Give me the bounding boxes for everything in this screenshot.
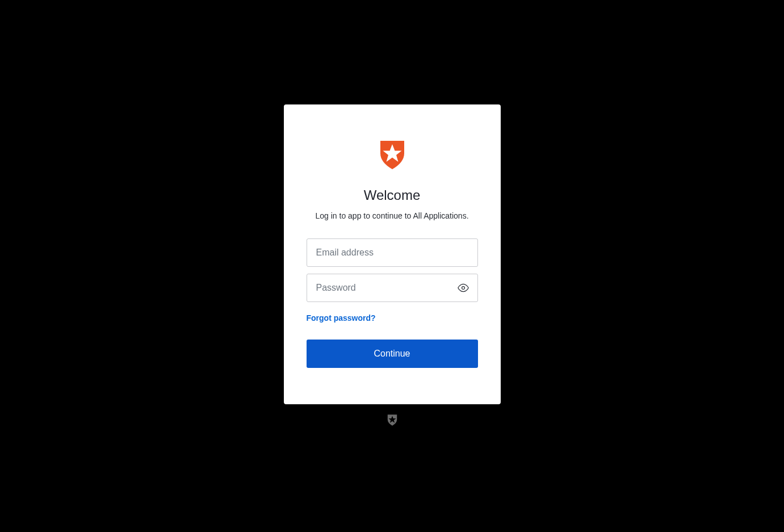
show-password-button[interactable]: [455, 280, 471, 296]
brand-logo: [379, 141, 405, 171]
shield-star-small-icon: [387, 414, 397, 426]
welcome-heading: Welcome: [364, 187, 421, 203]
eye-icon: [458, 282, 469, 294]
password-input[interactable]: [307, 274, 478, 302]
shield-star-icon: [379, 141, 405, 169]
email-input[interactable]: [307, 238, 478, 267]
login-card: Welcome Log in to app to continue to All…: [284, 104, 501, 404]
email-field-wrapper: [307, 238, 478, 267]
svg-point-0: [462, 286, 464, 289]
footer-brand-logo: [387, 414, 397, 428]
login-subheading: Log in to app to continue to All Applica…: [315, 211, 468, 220]
password-field-wrapper: [307, 274, 478, 302]
forgot-password-link[interactable]: Forgot password?: [307, 313, 376, 322]
continue-button[interactable]: Continue: [307, 340, 478, 368]
